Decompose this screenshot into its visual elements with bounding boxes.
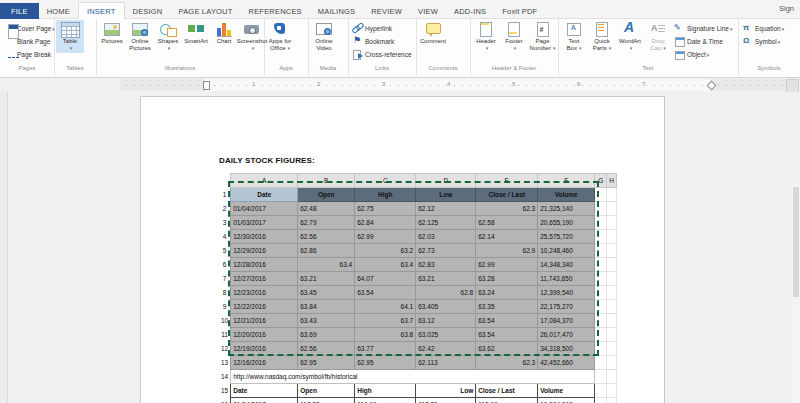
table-button[interactable]: Table▾ bbox=[56, 20, 84, 53]
empty-cell[interactable] bbox=[607, 244, 617, 258]
hyperlink-button[interactable]: Hyperlink bbox=[350, 22, 414, 35]
cell[interactable]: Volume bbox=[538, 188, 595, 202]
cell[interactable]: 63.62 bbox=[476, 342, 538, 356]
empty-cell[interactable] bbox=[607, 202, 617, 216]
cell[interactable]: 63.025 bbox=[416, 328, 476, 342]
cell[interactable]: 12/29/2016 bbox=[231, 244, 298, 258]
apps-for-office-button[interactable]: Apps forOffice▾ bbox=[266, 20, 294, 53]
empty-cell[interactable] bbox=[607, 398, 617, 403]
cell[interactable]: 63.2 bbox=[355, 244, 416, 258]
column-header-f[interactable]: F bbox=[538, 174, 595, 188]
empty-cell[interactable] bbox=[595, 272, 607, 286]
cell[interactable]: 63.7 bbox=[355, 314, 416, 328]
cell[interactable]: 20,655,190 bbox=[538, 216, 595, 230]
column-header-d[interactable]: D bbox=[416, 174, 476, 188]
cell[interactable]: 62.84 bbox=[355, 216, 416, 230]
cell[interactable]: 62.58 bbox=[476, 216, 538, 230]
quick-parts-button[interactable]: QuickParts▾ bbox=[588, 20, 616, 53]
row-header-2[interactable]: 2 bbox=[219, 202, 231, 216]
column-header-g[interactable]: G bbox=[595, 174, 607, 188]
wordart-button[interactable]: WordArt▾ bbox=[616, 20, 644, 53]
equation-button[interactable]: Equation▾ bbox=[740, 22, 786, 35]
cell[interactable]: 117.55 bbox=[298, 398, 355, 403]
row-header-9[interactable]: 9 bbox=[219, 300, 231, 314]
empty-cell[interactable] bbox=[595, 370, 607, 384]
cell[interactable]: 63.21 bbox=[416, 272, 476, 286]
empty-cell[interactable] bbox=[595, 314, 607, 328]
cell[interactable]: 64.1 bbox=[355, 300, 416, 314]
cell[interactable]: 62.14 bbox=[476, 230, 538, 244]
cell[interactable]: 12/19/2016 bbox=[231, 342, 298, 356]
empty-cell[interactable] bbox=[607, 272, 617, 286]
cell[interactable]: 63.54 bbox=[355, 286, 416, 300]
empty-cell[interactable] bbox=[607, 314, 617, 328]
header-button[interactable]: Header▾ bbox=[472, 20, 500, 53]
row-header-11[interactable]: 11 bbox=[219, 328, 231, 342]
column-header-c[interactable]: C bbox=[355, 174, 416, 188]
column-header-h[interactable]: H bbox=[607, 174, 617, 188]
cell[interactable]: 62.12 bbox=[416, 202, 476, 216]
empty-cell[interactable] bbox=[595, 286, 607, 300]
cell[interactable]: 119.66 bbox=[355, 398, 416, 403]
cell[interactable]: Date bbox=[231, 384, 298, 398]
object-button[interactable]: Object▾ bbox=[672, 48, 734, 61]
symbol-button[interactable]: Symbol▾ bbox=[740, 35, 786, 48]
cell[interactable]: Volume bbox=[538, 384, 595, 398]
sheet-select-all-corner[interactable] bbox=[219, 174, 231, 188]
cell[interactable]: 12/28/2016 bbox=[231, 258, 298, 272]
empty-cell[interactable] bbox=[595, 216, 607, 230]
row-header-8[interactable]: 8 bbox=[219, 286, 231, 300]
scrollbar-thumb[interactable] bbox=[793, 187, 799, 297]
cell[interactable]: 01/04/2017 bbox=[231, 398, 298, 403]
cell[interactable]: Date bbox=[231, 188, 298, 202]
cell[interactable]: 63.54 bbox=[476, 314, 538, 328]
cell[interactable]: 62.113 bbox=[416, 356, 476, 370]
shapes-button[interactable]: Shapes▾ bbox=[154, 20, 182, 53]
row-header-15[interactable]: 15 bbox=[219, 384, 231, 398]
pictures-button[interactable]: Pictures bbox=[98, 20, 126, 46]
empty-cell[interactable] bbox=[595, 398, 607, 403]
empty-cell[interactable] bbox=[595, 356, 607, 370]
online-video-button[interactable]: OnlineVideo bbox=[310, 20, 338, 53]
empty-cell[interactable] bbox=[607, 286, 617, 300]
empty-cell[interactable] bbox=[595, 188, 607, 202]
cell[interactable]: 62.83 bbox=[416, 258, 476, 272]
cell[interactable]: Low bbox=[416, 384, 476, 398]
cell[interactable]: 01/03/2017 bbox=[231, 216, 298, 230]
cell[interactable]: 34,318,500 bbox=[538, 342, 595, 356]
text-box-button[interactable]: TextBox▾ bbox=[560, 20, 588, 53]
row-header-5[interactable]: 5 bbox=[219, 244, 231, 258]
source-url-cell[interactable]: http://www.nasdaq.com/symbol/fb/historic… bbox=[231, 370, 595, 384]
cross-reference-button[interactable]: Cross-reference bbox=[350, 48, 414, 61]
empty-cell[interactable] bbox=[595, 384, 607, 398]
row-header-4[interactable]: 4 bbox=[219, 230, 231, 244]
sign-in-label[interactable]: Sign bbox=[779, 0, 794, 18]
page-break-button[interactable]: Page Break bbox=[2, 48, 57, 61]
cell[interactable]: 62.9 bbox=[476, 244, 538, 258]
cell[interactable]: High bbox=[355, 384, 416, 398]
chart-button[interactable]: Chart bbox=[210, 20, 238, 46]
cell[interactable]: 62.99 bbox=[355, 230, 416, 244]
empty-cell[interactable] bbox=[595, 202, 607, 216]
cell[interactable]: 63.4 bbox=[355, 258, 416, 272]
row-header-12[interactable]: 12 bbox=[219, 342, 231, 356]
cell[interactable]: 63.405 bbox=[416, 300, 476, 314]
row-header-14[interactable]: 14 bbox=[219, 370, 231, 384]
cell[interactable]: 12/23/2016 bbox=[231, 286, 298, 300]
cell[interactable]: High bbox=[355, 188, 416, 202]
cell[interactable]: 25,575,720 bbox=[538, 230, 595, 244]
cell[interactable]: 63.84 bbox=[298, 300, 355, 314]
screenshot-button[interactable]: Screenshot▾ bbox=[238, 20, 266, 53]
cell[interactable]: 42,452,660 bbox=[538, 356, 595, 370]
cell[interactable]: 63.21 bbox=[298, 272, 355, 286]
empty-cell[interactable] bbox=[607, 342, 617, 356]
cell[interactable]: 62.95 bbox=[298, 356, 355, 370]
cell[interactable]: 62.86 bbox=[298, 244, 355, 258]
row-header-16[interactable]: 16 bbox=[219, 398, 231, 403]
cell[interactable]: 12/22/2016 bbox=[231, 300, 298, 314]
cell[interactable]: 63.8 bbox=[355, 328, 416, 342]
row-header-6[interactable]: 6 bbox=[219, 258, 231, 272]
cell[interactable]: 62.03 bbox=[416, 230, 476, 244]
cell[interactable]: 62.3 bbox=[476, 202, 538, 216]
cell[interactable]: Close / Last bbox=[476, 188, 538, 202]
